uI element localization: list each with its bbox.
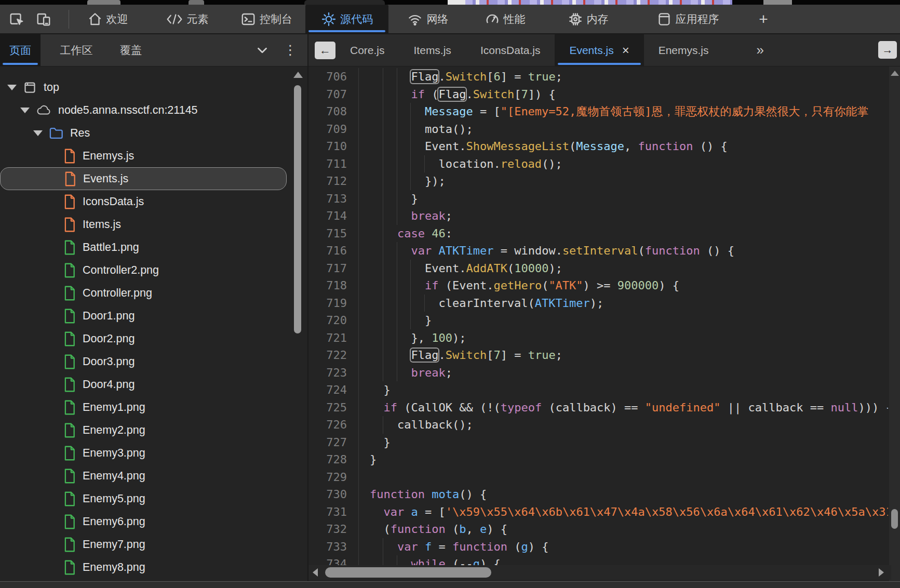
tree-item-door1-png[interactable]: Door1.png <box>0 304 307 327</box>
devtools-tab-welcome[interactable]: 欢迎 <box>77 5 138 33</box>
tree-item-enemy3-png[interactable]: Enemy3.png <box>0 442 307 464</box>
line-number[interactable]: 727 <box>308 434 347 451</box>
tree-item-events-js[interactable]: Events.js <box>0 167 287 190</box>
line-number[interactable]: 729 <box>308 469 347 486</box>
more-tools-button[interactable]: + <box>752 5 775 33</box>
code-line-723[interactable]: 723break; <box>308 364 888 382</box>
line-number[interactable]: 732 <box>308 520 347 538</box>
editor-tab-core-js[interactable]: Core.js <box>335 34 399 66</box>
editor-tab-enemys-js[interactable]: Enemys.js <box>644 34 723 66</box>
code-line-731[interactable]: 731var a = ['\x59\x55\x64\x6b\x61\x47\x4… <box>308 503 888 521</box>
code-line-733[interactable]: 733var f = function (g) { <box>308 538 888 556</box>
line-number[interactable]: 725 <box>308 399 347 417</box>
tree-item-items-js[interactable]: Items.js <box>0 213 307 236</box>
code-line-706[interactable]: 706Flag.Switch[6] = true; <box>308 68 888 86</box>
vertical-scroll-thumb[interactable] <box>891 509 898 529</box>
code-line-714[interactable]: 714break; <box>308 207 888 225</box>
line-number[interactable]: 709 <box>308 121 347 138</box>
tree-item-controller2-png[interactable]: Controller2.png <box>0 259 307 282</box>
scroll-left-arrow[interactable] <box>313 568 318 577</box>
line-number[interactable]: 726 <box>308 416 347 434</box>
line-number[interactable]: 708 <box>308 103 347 121</box>
code-line-732[interactable]: 732(function (b, e) { <box>308 520 888 538</box>
expander-triangle-icon[interactable] <box>7 85 17 90</box>
code-line-730[interactable]: 730function mota() { <box>308 486 888 503</box>
line-number[interactable]: 721 <box>308 329 347 347</box>
code-line-713[interactable]: 713} <box>308 190 888 208</box>
devtools-tab-network[interactable]: 网络 <box>396 5 459 33</box>
code-line-711[interactable]: 711location.reload(); <box>308 155 888 173</box>
line-number[interactable]: 710 <box>308 138 347 155</box>
line-number[interactable]: 719 <box>308 295 347 312</box>
code-line-707[interactable]: 707if (Flag.Switch[7]) { <box>308 86 888 103</box>
line-number[interactable]: 717 <box>308 260 347 277</box>
code-line-710[interactable]: 710Event.ShowMessageList(Message, functi… <box>308 138 888 155</box>
editor-tab-events-js[interactable]: Events.js× <box>555 34 643 66</box>
navigate-back-button[interactable]: ← <box>315 42 335 59</box>
close-icon[interactable]: × <box>622 45 629 56</box>
code-line-716[interactable]: 716var ATKTimer = window.setInterval(fun… <box>308 242 888 260</box>
tree-item-enemy2-png[interactable]: Enemy2.png <box>0 419 307 442</box>
line-number[interactable]: 706 <box>308 68 347 86</box>
line-number[interactable]: 713 <box>308 190 347 208</box>
tree-item-node5-anna-nssctf-cn-21145[interactable]: node5.anna.nssctf.cn:21145 <box>0 99 307 122</box>
scroll-up-arrow[interactable] <box>891 71 899 76</box>
tab-overrides[interactable]: 覆盖 <box>110 34 152 66</box>
code-line-727[interactable]: 727} <box>308 434 888 451</box>
code-line-709[interactable]: 709mota(); <box>308 121 888 138</box>
code-line-717[interactable]: 717Event.AddATK(10000); <box>308 260 888 277</box>
code-line-728[interactable]: 728} <box>308 451 888 469</box>
tree-item-door4-png[interactable]: Door4.png <box>0 373 307 396</box>
device-toolbar-icon[interactable] <box>34 11 53 28</box>
line-number[interactable]: 707 <box>308 86 347 103</box>
code-viewer[interactable]: 706Flag.Switch[6] = true;707if (Flag.Swi… <box>308 66 888 588</box>
line-number[interactable]: 730 <box>308 486 347 503</box>
line-number[interactable]: 716 <box>308 242 347 260</box>
line-number[interactable]: 718 <box>308 277 347 295</box>
more-options-icon[interactable]: ⋮ <box>283 39 298 60</box>
devtools-tab-elements[interactable]: 元素 <box>155 5 219 33</box>
tree-item-enemys-js[interactable]: Enemys.js <box>0 144 307 167</box>
line-number[interactable]: 712 <box>308 172 347 190</box>
tree-item-door3-png[interactable]: Door3.png <box>0 350 307 373</box>
devtools-tab-performance[interactable]: 性能 <box>474 5 536 33</box>
editor-horizontal-scrollbar[interactable] <box>308 565 891 580</box>
line-number[interactable]: 723 <box>308 364 347 382</box>
line-number[interactable]: 711 <box>308 155 347 173</box>
code-line-708[interactable]: 708Message = ["[Enemy=52,魔物首领古顿]恩，罪恶权杖的威… <box>308 103 888 121</box>
expander-triangle-icon[interactable] <box>20 108 30 113</box>
code-line-721[interactable]: 721}, 100); <box>308 329 888 347</box>
code-line-712[interactable]: 712}); <box>308 172 888 190</box>
tree-item-iconsdata-js[interactable]: IconsData.js <box>0 190 307 213</box>
tree-item-enemy1-png[interactable]: Enemy1.png <box>0 396 307 419</box>
tree-scroll-up-arrow[interactable] <box>293 72 303 78</box>
line-number[interactable]: 728 <box>308 451 347 469</box>
inspect-cursor-icon[interactable] <box>7 11 26 28</box>
line-number[interactable]: 715 <box>308 225 347 243</box>
code-line-724[interactable]: 724} <box>308 381 888 399</box>
tree-item-enemy4-png[interactable]: Enemy4.png <box>0 464 307 487</box>
tree-item-enemy6-png[interactable]: Enemy6.png <box>0 510 307 533</box>
tree-item-controller-png[interactable]: Controller.png <box>0 282 307 304</box>
tree-item-enemy8-png[interactable]: Enemy8.png <box>0 556 307 579</box>
tab-page[interactable]: 页面 <box>0 34 41 66</box>
tab-overflow-button[interactable]: » <box>757 42 764 58</box>
code-line-718[interactable]: 718if (Event.getHero("ATK") >= 900000) { <box>308 277 888 295</box>
line-number[interactable]: 722 <box>308 346 347 364</box>
tree-item-door2-png[interactable]: Door2.png <box>0 327 307 350</box>
line-number[interactable]: 731 <box>308 503 347 521</box>
line-number[interactable]: 720 <box>308 312 347 329</box>
code-line-725[interactable]: 725if (CallOK && (!(typeof (callback) ==… <box>308 399 888 417</box>
code-line-722[interactable]: 722Flag.Switch[7] = true; <box>308 346 888 364</box>
devtools-tab-console[interactable]: 控制台 <box>229 5 304 33</box>
code-line-726[interactable]: 726callback(); <box>308 416 888 434</box>
code-line-715[interactable]: 715case 46: <box>308 225 888 243</box>
editor-tab-items-js[interactable]: Items.js <box>399 34 466 66</box>
editor-vertical-scrollbar[interactable] <box>889 66 900 581</box>
line-number[interactable]: 733 <box>308 538 347 556</box>
devtools-tab-memory[interactable]: 内存 <box>559 5 617 33</box>
chevron-down-icon[interactable] <box>254 43 270 58</box>
code-line-729[interactable]: 729 <box>308 469 888 486</box>
horizontal-scroll-thumb[interactable] <box>325 567 491 578</box>
code-line-720[interactable]: 720} <box>308 312 888 329</box>
